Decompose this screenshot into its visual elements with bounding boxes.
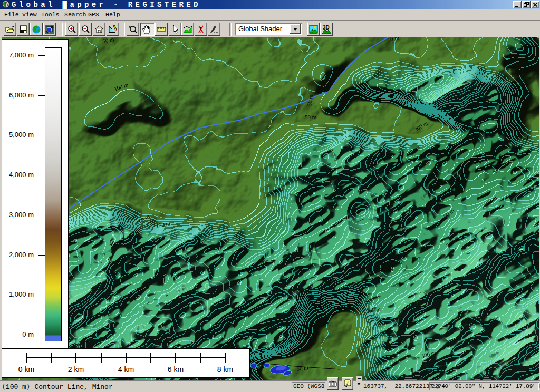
svg-text:4 km: 4 km: [118, 365, 134, 374]
svg-text:3D: 3D: [323, 25, 330, 31]
svg-text:8 km: 8 km: [217, 365, 233, 374]
svg-text:6 km: 6 km: [168, 365, 184, 374]
svg-text:2 km: 2 km: [68, 365, 84, 374]
svg-text:0 km: 0 km: [18, 365, 34, 374]
svg-text:?: ?: [346, 380, 349, 386]
